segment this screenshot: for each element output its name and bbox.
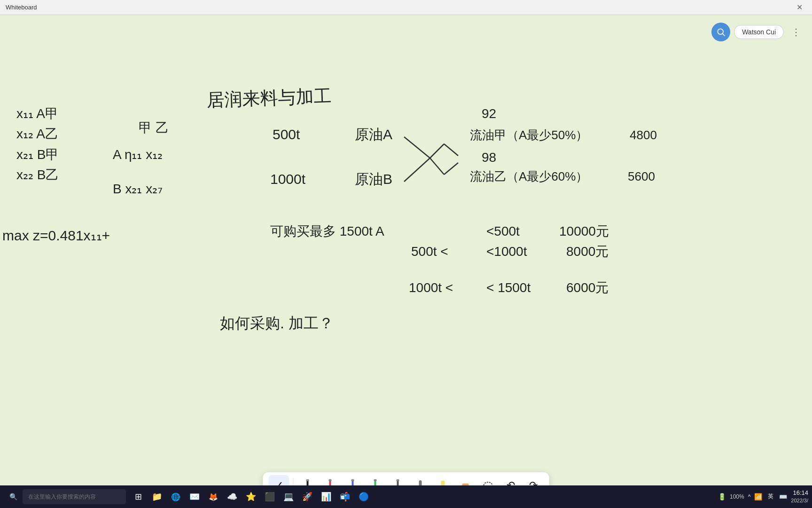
app2-icon[interactable]: 📊 <box>318 488 335 505</box>
svg-rect-42 <box>329 479 332 481</box>
svg-text:x₁₂   A乙: x₁₂ A乙 <box>16 127 58 141</box>
svg-line-19 <box>444 163 458 175</box>
svg-text:<1000t: <1000t <box>486 244 527 259</box>
svg-line-15 <box>404 158 430 182</box>
svg-text:流油甲（A最少50%）: 流油甲（A最少50%） <box>470 128 588 142</box>
terminal-icon[interactable]: ⬛ <box>261 488 278 505</box>
cloud-icon[interactable]: ☁️ <box>224 488 241 505</box>
app1-icon[interactable]: 🚀 <box>299 488 316 505</box>
svg-rect-45 <box>351 479 354 481</box>
svg-text:500t: 500t <box>273 127 300 142</box>
svg-text:流油乙（A最少60%）: 流油乙（A最少60%） <box>470 169 588 183</box>
system-tray[interactable]: ^ <box>748 493 751 500</box>
titlebar: Whiteboard ✕ <box>0 0 812 15</box>
network-icon[interactable]: 📶 <box>754 493 762 500</box>
mail-icon[interactable]: ✉️ <box>186 488 203 505</box>
titlebar-title: Whiteboard <box>6 4 793 11</box>
whiteboard-canvas: Watson Cui ⋮ 居润来料与加工 x₁₁ A甲 x₁₂ A乙 x₂₁ B… <box>0 15 812 508</box>
svg-text:B   x₂₁   x₂₇: B x₂₁ x₂₇ <box>113 182 163 196</box>
svg-rect-48 <box>374 479 377 481</box>
svg-text:x₂₁   B甲: x₂₁ B甲 <box>16 147 59 162</box>
code-icon[interactable]: 💻 <box>280 488 297 505</box>
svg-point-0 <box>718 29 723 34</box>
svg-rect-51 <box>397 479 399 481</box>
time-display: 16:14 <box>791 489 808 497</box>
more-options-button[interactable]: ⋮ <box>788 24 804 40</box>
close-button[interactable]: ✕ <box>793 3 806 12</box>
svg-text:原油B: 原油B <box>355 171 392 187</box>
svg-text:500t <: 500t < <box>411 244 448 259</box>
svg-text:< 1500t: < 1500t <box>486 280 531 295</box>
search-button[interactable] <box>711 23 730 41</box>
svg-rect-39 <box>306 479 309 481</box>
svg-text:如何采购. 加工？: 如何采购. 加工？ <box>220 315 334 332</box>
user-area: Watson Cui ⋮ <box>711 23 804 41</box>
taskview-button[interactable]: ⊞ <box>130 488 147 505</box>
svg-text:8000元: 8000元 <box>566 244 609 259</box>
svg-text:x₁₁   A甲: x₁₁ A甲 <box>16 106 58 121</box>
taskbar-clock: 16:14 2022/3/ <box>791 489 808 505</box>
svg-text:98: 98 <box>482 150 496 165</box>
svg-line-14 <box>404 137 430 158</box>
svg-text:居润来料与加工: 居润来料与加工 <box>206 86 332 110</box>
svg-text:6000元: 6000元 <box>566 280 609 295</box>
taskbar-right: 🔋 100% ^ 📶 英 ⌨️ 16:14 2022/3/ <box>718 489 808 505</box>
edge-browser-icon[interactable]: 🌐 <box>167 488 184 505</box>
svg-line-1 <box>723 34 725 36</box>
store-icon[interactable]: ⭐ <box>242 488 259 505</box>
svg-text:4800: 4800 <box>630 128 657 142</box>
svg-text:<500t: <500t <box>486 224 520 238</box>
svg-text:可购买最多   1500t A: 可购买最多 1500t A <box>270 224 384 238</box>
user-chip[interactable]: Watson Cui <box>734 25 784 39</box>
date-display: 2022/3/ <box>791 497 808 504</box>
keyboard-icon[interactable]: ⌨️ <box>779 493 787 500</box>
file-explorer-icon[interactable]: 📁 <box>148 488 165 505</box>
svg-line-17 <box>430 158 444 175</box>
svg-text:A   η₁₁   x₁₂: A η₁₁ x₁₂ <box>113 147 163 162</box>
svg-text:92: 92 <box>482 106 496 121</box>
app4-icon[interactable]: 🔵 <box>355 488 372 505</box>
svg-text:x₂₂   B乙: x₂₂ B乙 <box>16 167 59 182</box>
language-indicator[interactable]: 英 <box>766 492 775 501</box>
svg-text:甲   乙: 甲 乙 <box>139 120 169 135</box>
start-button[interactable]: 🔍 <box>5 488 22 505</box>
svg-text:1000t: 1000t <box>270 171 306 187</box>
svg-text:10000元: 10000元 <box>559 224 609 238</box>
battery-icon: 🔋 <box>718 493 726 500</box>
svg-text:1000t <: 1000t < <box>409 280 453 295</box>
svg-line-16 <box>430 144 444 158</box>
svg-text:原油A: 原油A <box>355 127 392 142</box>
zoom-level: 100% <box>730 493 744 500</box>
svg-line-18 <box>444 144 458 156</box>
taskbar-search-input[interactable] <box>23 489 126 504</box>
firefox-icon[interactable]: 🦊 <box>205 488 222 505</box>
svg-text:max   z=0.481x₁₁+: max z=0.481x₁₁+ <box>2 228 110 243</box>
whiteboard-svg: 居润来料与加工 x₁₁ A甲 x₁₂ A乙 x₂₁ B甲 x₂₂ B乙 甲 乙 … <box>0 15 812 508</box>
svg-text:5600: 5600 <box>628 169 655 183</box>
taskbar: 🔍 ⊞ 📁 🌐 ✉️ 🦊 ☁️ ⭐ ⬛ 💻 🚀 📊 📬 🔵 🔋 100% ^ 📶… <box>0 485 812 508</box>
app3-icon[interactable]: 📬 <box>336 488 353 505</box>
